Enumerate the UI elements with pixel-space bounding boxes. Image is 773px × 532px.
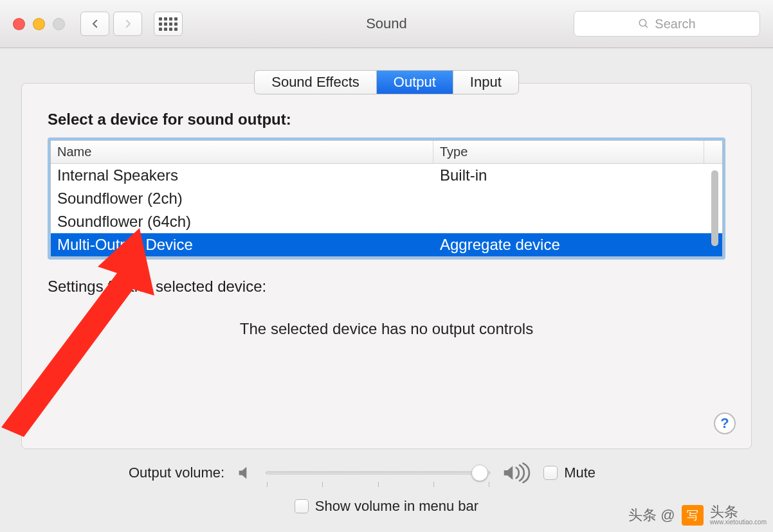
search-field[interactable]: Search [574,11,760,37]
tab-bar: Sound Effects Output Input [0,70,773,94]
grid-icon [159,17,177,31]
tab-input[interactable]: Input [453,71,518,94]
output-volume-row: Output volume: Mute [39,462,734,484]
no-output-controls-text: The selected device has no output contro… [48,320,725,338]
zoom-window-button [53,18,65,30]
device-rows: Internal Speakers Built-in Soundflower (… [51,164,722,256]
mute-label: Mute [564,465,596,481]
output-volume-slider[interactable] [266,464,491,482]
speaker-low-icon [236,464,254,482]
window-controls [13,18,65,30]
select-device-heading: Select a device for sound output: [48,111,725,129]
device-type [433,187,722,210]
watermark: 头条 @ 写 头条 www.xietoutiao.com [628,505,767,526]
help-icon: ? [720,415,729,432]
mute-checkbox[interactable] [543,466,558,480]
search-icon [638,18,650,30]
mute-control: Mute [543,465,596,481]
column-header-spacer [704,141,722,163]
watermark-url: www.xietoutiao.com [710,519,767,526]
device-table-focus-ring: Name Type Internal Speakers Built-in Sou… [48,137,725,260]
help-button[interactable]: ? [714,412,736,434]
tab-sound-effects[interactable]: Sound Effects [255,71,377,94]
watermark-logo: 写 [682,505,704,526]
output-panel: Select a device for sound output: Name T… [21,83,752,449]
watermark-prefix: 头条 @ [628,506,675,525]
device-type: Built-in [433,164,722,187]
close-window-button[interactable] [13,18,25,30]
table-row[interactable]: Internal Speakers Built-in [51,164,722,187]
watermark-brand: 头条 [710,505,767,519]
slider-thumb[interactable] [471,465,488,481]
show-all-button[interactable] [154,12,183,36]
tab-output[interactable]: Output [377,71,453,94]
toolbar: Sound Search [0,0,773,48]
chevron-left-icon [89,18,101,30]
table-row[interactable]: Soundflower (2ch) [51,187,722,210]
svg-point-0 [640,19,647,26]
device-table-header: Name Type [51,141,722,164]
minimize-window-button[interactable] [33,18,45,30]
speaker-high-icon [502,462,532,484]
vertical-scrollbar[interactable] [711,170,718,246]
show-volume-checkbox[interactable] [295,499,309,513]
output-volume-label: Output volume: [129,465,224,481]
device-type [433,210,722,233]
forward-button[interactable] [113,12,142,36]
show-volume-label: Show volume in menu bar [315,498,478,515]
device-name: Soundflower (64ch) [51,210,433,233]
back-button[interactable] [80,12,109,36]
settings-heading: Settings for the selected device: [48,278,725,296]
device-name: Internal Speakers [51,164,433,187]
device-table[interactable]: Name Type Internal Speakers Built-in Sou… [50,140,723,257]
column-header-type[interactable]: Type [433,141,704,163]
slider-ticks [266,482,491,487]
table-row[interactable]: Multi-Output Device Aggregate device [51,233,722,256]
device-name: Soundflower (2ch) [51,187,433,210]
svg-line-1 [646,25,648,28]
device-name: Multi-Output Device [51,233,433,256]
chevron-right-icon [122,18,134,30]
search-placeholder: Search [655,17,695,31]
slider-track [266,472,491,475]
column-header-name[interactable]: Name [51,141,433,163]
table-row[interactable]: Soundflower (64ch) [51,210,722,233]
device-type: Aggregate device [433,233,722,256]
